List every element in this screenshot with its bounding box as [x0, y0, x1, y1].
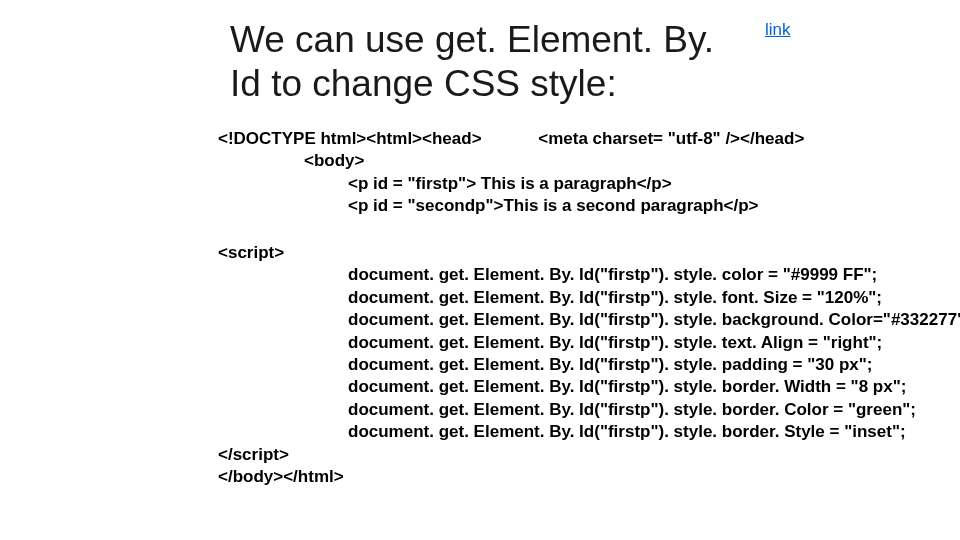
link-anchor[interactable]: link	[765, 20, 791, 40]
code-example: <!DOCTYPE html><html><head> <meta charse…	[218, 128, 938, 489]
code-line: <body>	[218, 150, 938, 172]
code-line: document. get. Element. By. Id("firstp")…	[218, 421, 938, 443]
code-line: document. get. Element. By. Id("firstp")…	[218, 376, 938, 398]
code-line: </script>	[218, 444, 938, 466]
code-line: document. get. Element. By. Id("firstp")…	[218, 264, 938, 286]
code-line: <!DOCTYPE html><html><head> <meta charse…	[218, 128, 938, 150]
code-line: document. get. Element. By. Id("firstp")…	[218, 354, 938, 376]
code-line: <script>	[218, 242, 938, 264]
code-line: document. get. Element. By. Id("firstp")…	[218, 309, 938, 331]
code-line: <p id = "secondp">This is a second parag…	[218, 195, 938, 217]
code-line: document. get. Element. By. Id("firstp")…	[218, 399, 938, 421]
slide-title-wrap: We can use get. Element. By. Id to chang…	[230, 18, 740, 105]
code-line: <p id = "firstp"> This is a paragraph</p…	[218, 173, 938, 195]
code-line: document. get. Element. By. Id("firstp")…	[218, 332, 938, 354]
code-line: document. get. Element. By. Id("firstp")…	[218, 287, 938, 309]
slide-title: We can use get. Element. By. Id to chang…	[230, 18, 740, 105]
code-line: </body></html>	[218, 466, 938, 488]
